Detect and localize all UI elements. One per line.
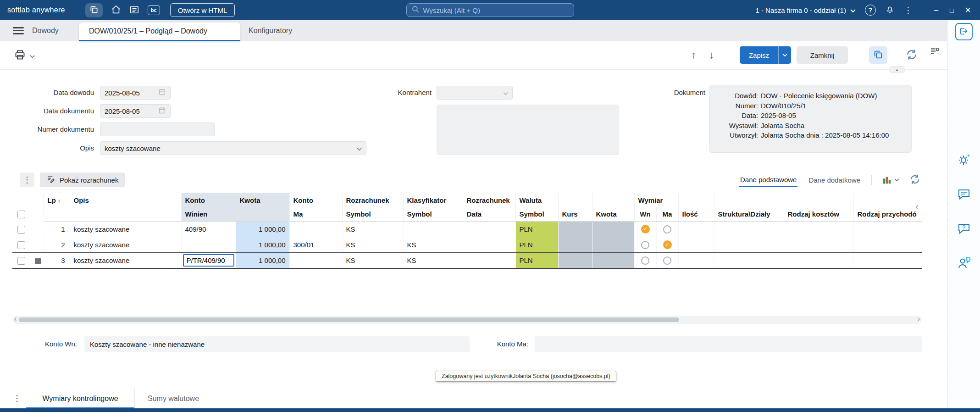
maximize-button[interactable]: □ — [950, 7, 954, 14]
duplicate-button[interactable] — [869, 46, 887, 64]
tab-active-document[interactable]: DOW/010/25/1 – Podgląd – Dowody — [79, 22, 240, 41]
col-subheader-waluta-symbol[interactable]: Symbol — [515, 207, 558, 222]
cell-opis[interactable]: koszty szacowane — [70, 253, 181, 268]
wymiar-ma-radio[interactable] — [663, 225, 671, 234]
konto-winien-edit-input[interactable] — [183, 254, 234, 267]
table-row[interactable]: 2 koszty szacowane 1 000,00 300/01 KS KS… — [12, 237, 922, 253]
col-subheader-lp[interactable] — [44, 207, 70, 222]
col-header-lp[interactable]: Lp↑ — [44, 193, 70, 207]
col-header-rodzaj-kosztow-top[interactable] — [784, 193, 853, 207]
col-header-opis[interactable]: Opis — [70, 193, 181, 207]
cell-waluta[interactable]: PLN — [515, 237, 558, 253]
cell-klasyfikator-symbol[interactable] — [403, 222, 463, 237]
navigate-up-button[interactable]: ↑ — [691, 50, 696, 60]
close-button[interactable]: × — [965, 5, 971, 15]
calendar-icon[interactable] — [158, 106, 166, 116]
topbar-menu-button[interactable]: ⋮ — [904, 3, 913, 17]
show-settlement-button[interactable]: Pokaż rozrachunek — [40, 173, 125, 187]
cell-lp[interactable]: 2 — [44, 237, 70, 253]
col-header-kwota[interactable]: Kwota — [236, 193, 289, 207]
col-subheader-ilosc[interactable]: Ilość — [678, 207, 714, 222]
row-checkbox[interactable] — [17, 257, 25, 265]
col-subheader-ma-dim[interactable]: Ma — [656, 207, 678, 222]
scroll-left-icon[interactable]: ‹ — [14, 315, 17, 323]
cell-rozrachunek-data[interactable] — [463, 237, 515, 253]
col-subheader-kwota-waluta[interactable]: Kwota — [592, 207, 634, 222]
collapse-header-button[interactable]: ▴ — [889, 66, 905, 73]
close-document-button[interactable]: Zamknij — [797, 46, 848, 64]
horizontal-scrollbar[interactable]: ‹ › — [12, 316, 922, 324]
cell-konto-ma[interactable] — [289, 222, 342, 237]
company-selector[interactable]: 1 - Nasza firma 0 - oddział (1) — [755, 6, 856, 14]
row-checkbox[interactable] — [17, 226, 25, 234]
cell-kwota[interactable]: 1 000,00 — [236, 253, 289, 268]
col-header-kurs-top[interactable] — [558, 193, 592, 207]
opis-combobox[interactable]: koszty szacowane — [100, 141, 366, 155]
chart-view-button[interactable] — [882, 175, 899, 185]
col-header-waluta[interactable]: Waluta — [515, 193, 558, 207]
bc-badge-button[interactable]: bc — [148, 5, 160, 15]
col-header-rodzaj-przychodow-top[interactable] — [853, 193, 922, 207]
open-in-html-button[interactable]: Otwórz w HTML — [170, 3, 235, 17]
cell-rozrachunek-symbol[interactable]: KS — [342, 222, 403, 237]
save-dropdown-chevron[interactable] — [778, 46, 791, 64]
scrollbar-thumb[interactable] — [19, 317, 679, 322]
col-subheader-opis[interactable] — [70, 207, 181, 222]
tab-wymiary-kontrolingowe[interactable]: Wymiary kontrolingowe — [26, 388, 135, 409]
grid-refresh-button[interactable] — [909, 174, 920, 186]
wymiar-ma-radio[interactable] — [663, 256, 671, 265]
col-subheader-rodzaj-kosztow[interactable]: Rodzaj kosztów — [784, 207, 853, 222]
kontrahent-combobox[interactable] — [437, 86, 513, 100]
navigate-down-button[interactable]: ↓ — [709, 50, 714, 60]
col-header-klasyfikator[interactable]: Klasyfikator — [403, 193, 463, 207]
col-subheader-kurs[interactable]: Kurs — [558, 207, 592, 222]
col-header-kwota-waluta-top[interactable] — [592, 193, 634, 207]
tab-list-icon[interactable] — [929, 45, 940, 58]
bottom-tabs-menu-button[interactable]: ⋮ — [13, 393, 21, 403]
minimize-button[interactable]: − — [934, 6, 939, 15]
help-button[interactable]: ? — [865, 5, 876, 16]
scroll-right-icon[interactable]: › — [918, 315, 920, 323]
cell-rodzaj-przychodow[interactable] — [853, 237, 922, 253]
chevron-down-icon[interactable] — [357, 145, 362, 152]
cell-rozrachunek-symbol[interactable]: KS — [342, 237, 403, 253]
tab-sumy-walutowe[interactable]: Sumy walutowe — [148, 388, 199, 409]
app-switcher-button[interactable] — [85, 3, 103, 17]
cell-rodzaj-kosztow[interactable] — [784, 237, 853, 253]
wymiar-ma-radio[interactable] — [663, 240, 672, 249]
col-subheader-struktura[interactable]: Struktura\Działy — [714, 207, 784, 222]
header-scroll-left-icon[interactable]: ‹ — [915, 201, 919, 213]
col-header-struktura-top[interactable] — [714, 193, 784, 207]
assistant-button[interactable] — [956, 152, 972, 168]
cell-lp[interactable]: 1 — [44, 222, 70, 237]
col-subheader-kwota[interactable] — [236, 207, 289, 222]
cell-lp[interactable]: 3 — [44, 253, 70, 268]
cell-kwota[interactable]: 1 000,00 — [236, 222, 289, 237]
tab-konfiguratory[interactable]: Konfiguratory — [238, 20, 302, 41]
col-subheader-rozrachunek-data[interactable]: Data — [463, 207, 515, 222]
cell-struktura[interactable] — [714, 222, 784, 237]
notifications-button[interactable] — [885, 3, 895, 17]
cell-rozrachunek-symbol[interactable]: KS — [342, 253, 403, 268]
cell-konto-ma[interactable]: 300/01 — [289, 237, 342, 253]
help-chat-button[interactable]: ? — [956, 221, 972, 237]
share-button[interactable] — [955, 23, 973, 40]
home-button[interactable] — [111, 3, 121, 17]
save-button[interactable]: Zapisz — [740, 46, 791, 64]
col-subheader-wn[interactable]: Wn — [634, 207, 656, 222]
cell-rodzaj-przychodow[interactable] — [853, 253, 922, 268]
cell-rozrachunek-data[interactable] — [463, 222, 515, 237]
grid-menu-button[interactable]: ⋮ — [20, 173, 34, 187]
cell-waluta[interactable]: PLN — [515, 253, 558, 268]
numer-dokumentu-field[interactable] — [100, 122, 215, 136]
cell-ilosc[interactable] — [678, 237, 714, 253]
calendar-icon[interactable] — [158, 88, 166, 97]
chevron-down-icon[interactable] — [503, 89, 508, 97]
col-header-rozrachunek[interactable]: Rozrachunek — [342, 193, 403, 207]
cell-rodzaj-kosztow[interactable] — [784, 222, 853, 237]
select-all-checkbox[interactable] — [17, 211, 25, 218]
cell-struktura[interactable] — [714, 253, 784, 268]
refresh-button[interactable] — [906, 49, 918, 62]
cell-klasyfikator-symbol[interactable]: KS — [403, 237, 463, 253]
cell-rozrachunek-data[interactable] — [463, 253, 515, 268]
